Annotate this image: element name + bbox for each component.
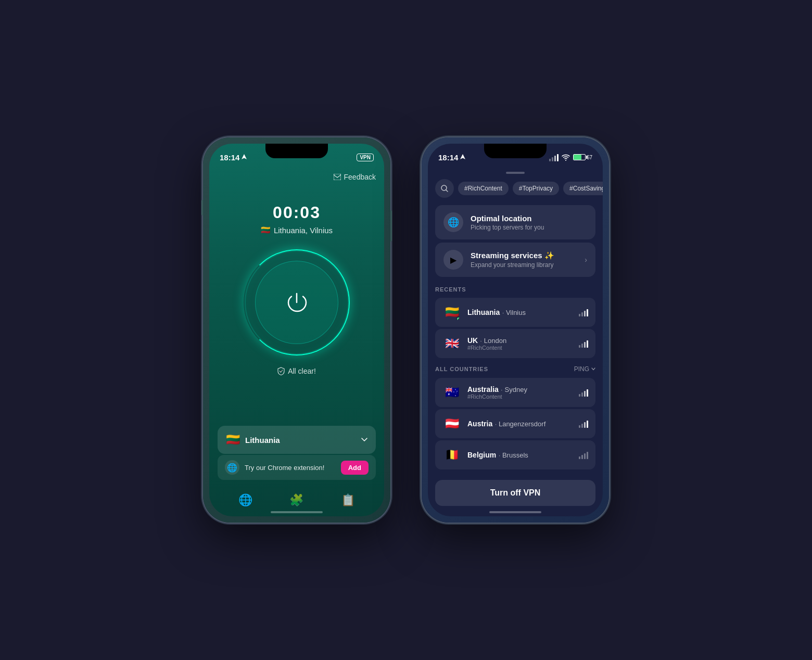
optimal-icon: 🌐 — [443, 212, 463, 232]
power-icon — [284, 289, 310, 315]
all-clear: All clear! — [209, 367, 384, 375]
country-belgium[interactable]: 🇧🇪 Belgium · Brussels — [435, 440, 595, 469]
tag-richcontent[interactable]: #RichContent — [458, 182, 509, 195]
notch — [265, 144, 328, 158]
recent-lithuania[interactable]: 🇱🇹 Lithuania · Vilnius — [435, 298, 595, 327]
uk-info: UK · London #RichContent — [467, 336, 573, 351]
lithuania-info: Lithuania · Vilnius — [467, 308, 573, 317]
optimal-text: Optimal location Picking top servers for… — [471, 214, 544, 231]
country-austria[interactable]: 🇦🇹 Austria · Langenzersdorf — [435, 409, 595, 438]
feedback-button[interactable]: Feedback — [334, 173, 376, 181]
online-indicator — [456, 316, 461, 322]
power-circle-wrapper — [209, 250, 384, 354]
austria-info: Austria · Langenzersdorf — [467, 419, 573, 428]
streaming-text: Streaming services ✨ Expand your streami… — [471, 251, 554, 269]
ping-chevron-icon — [591, 367, 595, 371]
chrome-banner-text: Try our Chrome extension! — [245, 464, 336, 472]
tag-topprivacy[interactable]: #TopPrivacy — [513, 182, 559, 195]
belgium-city: Brussels — [502, 451, 528, 459]
screen-right: 18:14 — [428, 144, 603, 516]
recents-label: RECENTS — [428, 280, 603, 296]
status-time-left: 18:14 — [220, 153, 247, 162]
status-time-right: 18:14 — [438, 153, 465, 162]
power-button[interactable] — [255, 261, 338, 344]
mail-icon — [334, 174, 341, 180]
australia-name: Australia — [467, 385, 499, 394]
location-arrow-icon-right — [460, 154, 465, 160]
ping-sort-button[interactable]: PING — [574, 365, 595, 373]
austria-flag: 🇦🇹 — [442, 414, 461, 433]
timer-value: 00:03 — [209, 203, 384, 222]
streaming-icon: ▶ — [443, 250, 463, 270]
screen-left: 18:14 VPN Feedback 00:03 — [209, 144, 384, 516]
belgium-flag: 🇧🇪 — [442, 446, 461, 464]
signal-bars-at — [579, 420, 588, 428]
chrome-icon: 🌐 — [225, 460, 239, 475]
phone-right: 18:14 — [422, 137, 609, 523]
country-australia[interactable]: 🇦🇺 Australia · Sydney #RichContent — [435, 378, 595, 407]
home-indicator — [271, 511, 323, 513]
selected-country: 🇱🇹 Lithuania — [226, 433, 280, 447]
all-countries-label: ALL COUNTRIES — [435, 366, 488, 372]
search-button[interactable] — [435, 179, 454, 198]
tag-costsaving[interactable]: #CostSaving — [563, 182, 603, 195]
bottom-nav: 🌐 🧩 📋 — [209, 489, 384, 511]
turn-off-vpn-button[interactable]: Turn off VPN — [435, 480, 595, 506]
australia-info: Australia · Sydney #RichContent — [467, 385, 573, 400]
nav-globe-icon[interactable]: 🌐 — [238, 493, 252, 507]
austria-city: Langenzersdorf — [499, 420, 545, 428]
lithuania-city: Vilnius — [506, 309, 526, 316]
status-right-left: VPN — [357, 154, 374, 161]
belgium-name: Belgium — [467, 451, 496, 459]
lithuania-name: Lithuania — [467, 308, 500, 316]
nav-list-icon[interactable]: 📋 — [341, 493, 355, 507]
signal-bars-uk — [579, 339, 588, 348]
signal-bars-be — [579, 451, 588, 459]
shield-icon — [277, 367, 285, 375]
streaming-services-card[interactable]: ▶ Streaming services ✨ Expand your strea… — [435, 243, 595, 277]
signal-bars-au — [579, 388, 588, 397]
search-tags-row: #RichContent #TopPrivacy #CostSaving — [428, 174, 603, 203]
austria-name: Austria — [467, 420, 492, 428]
optimal-location-card[interactable]: 🌐 Optimal location Picking top servers f… — [435, 205, 595, 239]
country-selector[interactable]: 🇱🇹 Lithuania — [218, 426, 376, 454]
uk-name: UK — [467, 336, 478, 345]
australia-flag: 🇦🇺 — [442, 383, 461, 402]
timer-location: 🇱🇹 Lithuania, Vilnius — [209, 225, 384, 235]
streaming-subtitle: Expand your streaming library — [471, 261, 554, 269]
recent-uk[interactable]: 🇬🇧 UK · London #RichContent — [435, 329, 595, 358]
uk-flag: 🇬🇧 — [442, 334, 461, 353]
svg-rect-0 — [334, 174, 341, 180]
australia-city: Sydney — [505, 386, 527, 394]
home-indicator-right — [489, 511, 541, 513]
battery-indicator: 67 — [573, 154, 592, 160]
location-arrow-icon — [242, 154, 247, 160]
uk-city: London — [484, 337, 506, 345]
vpn-badge: VPN — [357, 154, 374, 161]
optimal-title: Optimal location — [471, 214, 544, 223]
australia-tag: #RichContent — [467, 394, 573, 400]
chrome-add-button[interactable]: Add — [341, 461, 369, 475]
power-circle-outer — [245, 250, 349, 354]
lithuania-flag: 🇱🇹 — [442, 303, 461, 322]
phone-left: 18:14 VPN Feedback 00:03 — [203, 137, 390, 523]
timer-display: 00:03 🇱🇹 Lithuania, Vilnius — [209, 203, 384, 235]
uk-tag: #RichContent — [467, 345, 573, 351]
chevron-down-icon — [361, 438, 367, 442]
belgium-info: Belgium · Brussels — [467, 450, 573, 460]
optimal-subtitle: Picking top servers for you — [471, 224, 544, 231]
wifi-icon — [562, 154, 570, 161]
search-icon — [441, 185, 448, 192]
chevron-right-icon: › — [585, 256, 587, 264]
nav-puzzle-icon[interactable]: 🧩 — [289, 493, 303, 507]
signal-strength-icon — [549, 153, 559, 161]
signal-bars-lt — [579, 308, 588, 316]
streaming-title: Streaming services ✨ — [471, 251, 554, 260]
chrome-extension-banner: 🌐 Try our Chrome extension! Add — [218, 455, 376, 480]
svg-point-1 — [565, 160, 566, 161]
status-icons-right: 67 — [549, 153, 592, 161]
all-countries-header: ALL COUNTRIES PING — [428, 360, 603, 376]
notch-right — [484, 144, 547, 158]
